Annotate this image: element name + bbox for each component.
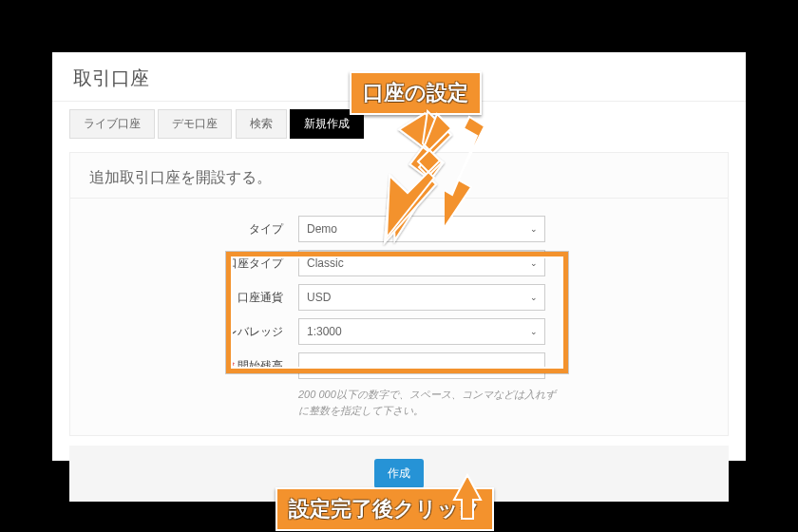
label-account-type: 口座タイプ	[70, 256, 298, 272]
row-leverage: レバレッジ 1:3000 ⌄	[70, 318, 728, 345]
row-starting-balance: *開始残高	[70, 352, 728, 379]
help-starting-balance: 200 000以下の数字で、スペース、コンマなどは入れずに整数を指定して下さい。	[298, 387, 560, 418]
select-account-type[interactable]: Classic	[298, 250, 545, 276]
form-panel: 追加取引口座を開設する。 タイプ Demo ⌄ 口座タイプ Classic ⌄ …	[69, 152, 729, 436]
label-currency: 口座通貨	[70, 290, 298, 306]
row-account-type: 口座タイプ Classic ⌄	[70, 250, 728, 276]
required-mark: *	[231, 361, 235, 371]
input-starting-balance[interactable]	[298, 352, 545, 379]
tab-live-account[interactable]: ライブ口座	[69, 109, 155, 139]
callout-click: 設定完了後クリック	[276, 487, 494, 531]
tab-search[interactable]: 検索	[236, 109, 287, 139]
label-type: タイプ	[70, 221, 298, 238]
tab-demo-account[interactable]: デモ口座	[158, 109, 232, 139]
select-currency[interactable]: USD	[298, 284, 545, 311]
row-type: タイプ Demo ⌄	[70, 216, 728, 242]
callout-settings: 口座の設定	[350, 71, 482, 115]
submit-button[interactable]: 作成	[374, 459, 424, 488]
label-leverage: レバレッジ	[70, 324, 298, 340]
select-type[interactable]: Demo	[298, 216, 545, 242]
panel-title: 追加取引口座を開設する。	[70, 153, 728, 199]
select-leverage[interactable]: 1:3000	[298, 318, 545, 345]
row-currency: 口座通貨 USD ⌄	[70, 284, 728, 311]
label-starting-balance: *開始残高	[70, 358, 298, 374]
